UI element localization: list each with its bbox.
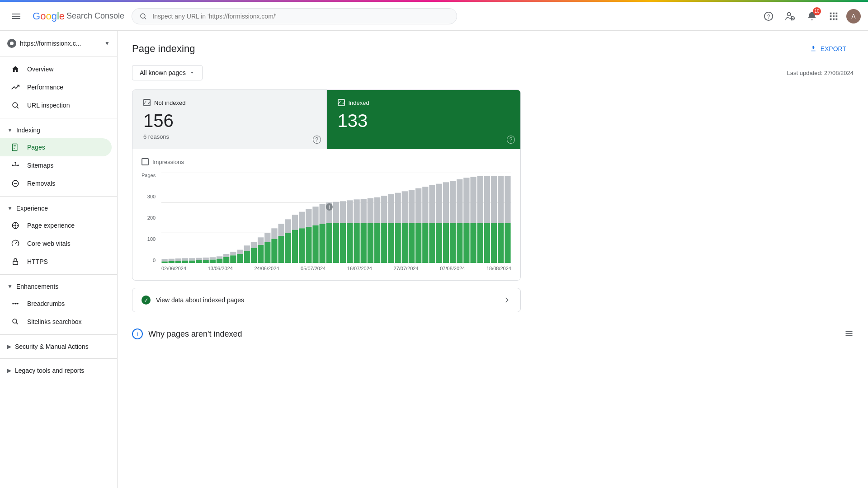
x-label-7: 07/08/2024 (440, 266, 465, 271)
menu-icon[interactable] (7, 7, 25, 25)
sidebar-item-https[interactable]: HTTPS (0, 253, 112, 271)
page-header: Page indexing EXPORT (132, 42, 854, 56)
svg-rect-125 (415, 188, 421, 223)
sidebar-item-performance[interactable]: Performance (0, 78, 112, 96)
sidebar-item-overview[interactable]: Overview (0, 60, 112, 78)
sidebar-item-page-experience[interactable]: Page experience (0, 216, 112, 235)
svg-rect-12 (830, 15, 832, 17)
svg-rect-15 (830, 18, 832, 20)
search-icon (139, 12, 147, 20)
svg-text:i: i (329, 205, 330, 210)
sidebar-section-security[interactable]: ▶ Security & Manual Actions (0, 338, 117, 355)
bar-chart: i (161, 173, 511, 263)
impressions-checkbox[interactable] (142, 158, 149, 165)
search-console-users-button[interactable] (781, 7, 799, 25)
sidebar-item-sitelinks-searchbox[interactable]: Sitelinks searchbox (0, 313, 112, 331)
not-indexed-checkbox[interactable]: ✓ (143, 99, 151, 106)
svg-rect-95 (312, 206, 318, 225)
sidebar-item-sitemaps[interactable]: Sitemaps (0, 156, 112, 174)
svg-text:?: ? (767, 13, 770, 19)
svg-rect-101 (333, 202, 339, 223)
svg-rect-88 (285, 233, 291, 263)
not-indexed-label: Not indexed (154, 99, 185, 106)
search-bar[interactable] (132, 8, 457, 24)
svg-rect-89 (292, 215, 298, 230)
notifications-button[interactable]: 10 (803, 7, 821, 25)
impressions-label: Impressions (152, 159, 184, 165)
svg-rect-0 (12, 14, 20, 14)
help-button[interactable]: ? (760, 7, 778, 25)
svg-rect-100 (326, 223, 332, 263)
stats-row: ✓ Not indexed 156 6 reasons ? ✓ Indexed … (132, 90, 520, 149)
site-name: https://formissionx.c... (20, 40, 101, 47)
sidebar-https-label: HTTPS (27, 258, 48, 265)
logo: Google Search Console (33, 10, 124, 22)
filter-all-known-pages-button[interactable]: All known pages (132, 65, 203, 80)
sidebar-section-experience[interactable]: ▼ Experience (0, 200, 117, 216)
svg-rect-152 (505, 223, 510, 263)
export-button[interactable]: EXPORT (802, 42, 854, 56)
sidebar-section-indexing[interactable]: ▼ Indexing (0, 122, 117, 138)
y-200: 200 (147, 215, 156, 221)
enhancements-sub-items: Breadcrumbs Sitelinks searchbox (0, 295, 117, 331)
why-menu-icon[interactable] (844, 329, 854, 339)
indexed-help-icon[interactable]: ? (507, 136, 515, 144)
svg-rect-71 (230, 252, 236, 255)
security-expand-icon: ▶ (7, 343, 11, 350)
avatar[interactable]: A (846, 9, 861, 23)
view-indexed-data-button[interactable]: ✓ View data about indexed pages (132, 288, 521, 312)
indexed-header: ✓ Indexed (338, 99, 510, 106)
sidebar-section-enhancements[interactable]: ▼ Enhancements (0, 278, 117, 295)
x-label-1: 02/06/2024 (161, 266, 186, 271)
svg-rect-120 (395, 223, 401, 263)
impressions-toggle[interactable]: Impressions (142, 158, 184, 165)
svg-rect-139 (463, 178, 469, 223)
svg-line-46 (16, 323, 18, 324)
svg-rect-2 (12, 18, 20, 19)
svg-rect-143 (477, 176, 483, 223)
svg-rect-151 (505, 176, 510, 223)
svg-rect-123 (409, 190, 415, 223)
main-content: Page indexing EXPORT All known pages Las… (118, 31, 868, 488)
sidebar-item-breadcrumbs[interactable]: Breadcrumbs (0, 295, 112, 313)
export-label: EXPORT (821, 45, 846, 52)
sidebar-performance-label: Performance (27, 84, 63, 91)
chart-options: Impressions (142, 158, 511, 165)
sidebar-sitemaps-label: Sitemaps (27, 162, 53, 169)
home-icon (11, 65, 20, 74)
url-inspect-input[interactable] (152, 13, 449, 20)
sidebar-item-pages[interactable]: Pages (0, 138, 112, 156)
header-actions: ? 10 A (760, 7, 861, 25)
not-indexed-sub: 6 reasons (143, 133, 316, 140)
sidebar-section-legacy[interactable]: ▶ Legacy tools and reports (0, 362, 117, 379)
x-label-2: 13/06/2024 (208, 266, 233, 271)
svg-rect-58 (182, 261, 188, 263)
svg-rect-132 (436, 223, 442, 263)
indexed-checkbox[interactable]: ✓ (338, 99, 345, 106)
svg-point-3 (141, 14, 145, 18)
enhancements-collapse-icon: ▼ (7, 283, 13, 290)
sidebar-overview-label: Overview (27, 66, 53, 73)
not-indexed-help-icon[interactable]: ? (313, 136, 321, 144)
svg-rect-52 (161, 262, 167, 263)
svg-rect-53 (169, 259, 175, 261)
svg-line-4 (145, 18, 146, 19)
sidebar-item-removals[interactable]: Removals (0, 174, 112, 192)
svg-rect-114 (374, 223, 380, 263)
trending-up-icon (11, 83, 20, 92)
site-selector-chevron-icon: ▼ (104, 40, 110, 47)
svg-rect-39 (13, 261, 18, 265)
svg-rect-134 (443, 223, 449, 263)
svg-line-19 (17, 107, 18, 108)
sidebar-item-core-web-vitals[interactable]: Core web vitals (0, 235, 112, 253)
apps-button[interactable] (825, 7, 843, 25)
svg-rect-113 (374, 197, 380, 223)
view-data-chevron-icon (502, 296, 511, 305)
svg-rect-61 (196, 258, 202, 260)
sidebar-item-url-inspection[interactable]: URL inspection (0, 96, 112, 114)
site-selector[interactable]: https://formissionx.c... ▼ (0, 34, 117, 52)
svg-rect-117 (388, 194, 394, 223)
svg-rect-145 (484, 176, 490, 223)
svg-rect-55 (175, 258, 181, 261)
svg-rect-93 (306, 209, 311, 227)
